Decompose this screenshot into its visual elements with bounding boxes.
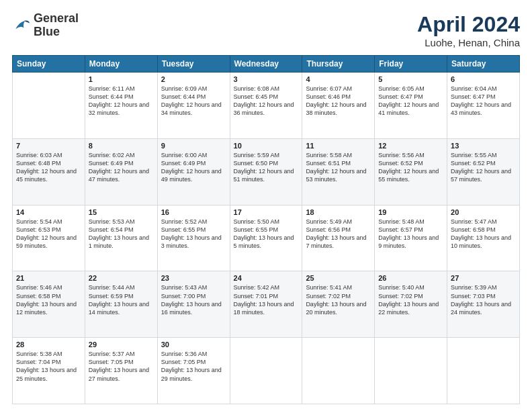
- day-number: 26: [378, 274, 443, 282]
- day-number: 3: [234, 75, 299, 83]
- logo-text: General Blue: [34, 12, 79, 39]
- cell-content: Sunrise: 5:39 AMSunset: 7:03 PMDaylight:…: [451, 283, 516, 316]
- day-number: 25: [306, 274, 371, 282]
- cell-content: Sunrise: 5:59 AMSunset: 6:50 PMDaylight:…: [234, 151, 299, 184]
- calendar-cell: 25Sunrise: 5:41 AMSunset: 7:02 PMDayligh…: [302, 271, 375, 338]
- calendar-cell: 1Sunrise: 6:11 AMSunset: 6:44 PMDaylight…: [85, 73, 157, 139]
- day-number: 20: [451, 208, 516, 216]
- calendar-cell: 24Sunrise: 5:42 AMSunset: 7:01 PMDayligh…: [230, 271, 302, 338]
- calendar-cell: 7Sunrise: 6:03 AMSunset: 6:48 PMDaylight…: [13, 138, 85, 205]
- calendar-cell: 11Sunrise: 5:58 AMSunset: 6:51 PMDayligh…: [302, 138, 375, 205]
- day-number: 15: [89, 208, 154, 216]
- calendar-cell: 14Sunrise: 5:54 AMSunset: 6:53 PMDayligh…: [13, 205, 85, 271]
- calendar-cell: 16Sunrise: 5:52 AMSunset: 6:55 PMDayligh…: [157, 205, 230, 271]
- calendar-cell: [230, 338, 302, 404]
- calendar-week-5: 28Sunrise: 5:38 AMSunset: 7:04 PMDayligh…: [13, 338, 520, 404]
- calendar-header: Sunday Monday Tuesday Wednesday Thursday…: [13, 56, 520, 73]
- cell-content: Sunrise: 6:02 AMSunset: 6:49 PMDaylight:…: [89, 151, 154, 184]
- calendar-cell: 26Sunrise: 5:40 AMSunset: 7:02 PMDayligh…: [375, 271, 447, 338]
- calendar-cell: 22Sunrise: 5:44 AMSunset: 6:59 PMDayligh…: [85, 271, 157, 338]
- cell-content: Sunrise: 6:00 AMSunset: 6:49 PMDaylight:…: [161, 151, 226, 184]
- day-number: 7: [16, 142, 81, 150]
- calendar-cell: 2Sunrise: 6:09 AMSunset: 6:44 PMDaylight…: [157, 73, 230, 139]
- cell-content: Sunrise: 5:58 AMSunset: 6:51 PMDaylight:…: [306, 151, 371, 184]
- day-number: 16: [161, 208, 226, 216]
- day-number: 19: [378, 208, 443, 216]
- cell-content: Sunrise: 6:03 AMSunset: 6:48 PMDaylight:…: [16, 151, 81, 184]
- day-number: 22: [89, 274, 154, 282]
- calendar-week-3: 14Sunrise: 5:54 AMSunset: 6:53 PMDayligh…: [13, 205, 520, 271]
- header-saturday: Saturday: [447, 56, 520, 73]
- calendar-cell: 29Sunrise: 5:37 AMSunset: 7:05 PMDayligh…: [85, 338, 157, 404]
- header-friday: Friday: [375, 56, 447, 73]
- calendar-body: 1Sunrise: 6:11 AMSunset: 6:44 PMDaylight…: [13, 73, 520, 404]
- calendar-week-4: 21Sunrise: 5:46 AMSunset: 6:58 PMDayligh…: [13, 271, 520, 338]
- day-number: 27: [451, 274, 516, 282]
- day-number: 29: [89, 340, 154, 349]
- cell-content: Sunrise: 5:42 AMSunset: 7:01 PMDaylight:…: [234, 283, 299, 316]
- day-number: 4: [306, 75, 371, 83]
- calendar-table: Sunday Monday Tuesday Wednesday Thursday…: [12, 55, 520, 404]
- calendar-week-2: 7Sunrise: 6:03 AMSunset: 6:48 PMDaylight…: [13, 138, 520, 205]
- day-number: 11: [306, 142, 371, 150]
- day-number: 13: [451, 142, 516, 150]
- day-number: 6: [451, 75, 516, 83]
- day-number: 5: [378, 75, 443, 83]
- cell-content: Sunrise: 6:09 AMSunset: 6:44 PMDaylight:…: [161, 85, 226, 118]
- calendar-cell: [302, 338, 375, 404]
- header-thursday: Thursday: [302, 56, 375, 73]
- calendar-cell: 10Sunrise: 5:59 AMSunset: 6:50 PMDayligh…: [230, 138, 302, 205]
- cell-content: Sunrise: 5:36 AMSunset: 7:05 PMDaylight:…: [161, 350, 226, 383]
- title-block: April 2024 Luohe, Henan, China: [417, 12, 520, 48]
- calendar-cell: 15Sunrise: 5:53 AMSunset: 6:54 PMDayligh…: [85, 205, 157, 271]
- day-number: 9: [161, 142, 226, 150]
- calendar-cell: 19Sunrise: 5:48 AMSunset: 6:57 PMDayligh…: [375, 205, 447, 271]
- cell-content: Sunrise: 5:50 AMSunset: 6:55 PMDaylight:…: [234, 218, 299, 250]
- cell-content: Sunrise: 6:08 AMSunset: 6:45 PMDaylight:…: [234, 85, 299, 118]
- calendar-cell: 20Sunrise: 5:47 AMSunset: 6:58 PMDayligh…: [447, 205, 520, 271]
- logo: General Blue: [12, 12, 79, 39]
- cell-content: Sunrise: 5:41 AMSunset: 7:02 PMDaylight:…: [306, 283, 371, 316]
- logo-icon: [12, 16, 31, 35]
- calendar-cell: 27Sunrise: 5:39 AMSunset: 7:03 PMDayligh…: [447, 271, 520, 338]
- calendar-cell: 23Sunrise: 5:43 AMSunset: 7:00 PMDayligh…: [157, 271, 230, 338]
- calendar-cell: 17Sunrise: 5:50 AMSunset: 6:55 PMDayligh…: [230, 205, 302, 271]
- cell-content: Sunrise: 5:48 AMSunset: 6:57 PMDaylight:…: [378, 218, 443, 250]
- cell-content: Sunrise: 5:37 AMSunset: 7:05 PMDaylight:…: [89, 350, 154, 383]
- calendar-cell: 5Sunrise: 6:05 AMSunset: 6:47 PMDaylight…: [375, 73, 447, 139]
- day-number: 28: [16, 340, 81, 349]
- calendar-cell: 18Sunrise: 5:49 AMSunset: 6:56 PMDayligh…: [302, 205, 375, 271]
- logo-line2: Blue: [34, 26, 79, 39]
- cell-content: Sunrise: 5:56 AMSunset: 6:52 PMDaylight:…: [378, 151, 443, 184]
- cell-content: Sunrise: 6:05 AMSunset: 6:47 PMDaylight:…: [378, 85, 443, 118]
- header-monday: Monday: [85, 56, 157, 73]
- day-number: 18: [306, 208, 371, 216]
- cell-content: Sunrise: 5:53 AMSunset: 6:54 PMDaylight:…: [89, 218, 154, 250]
- header: General Blue April 2024 Luohe, Henan, Ch…: [12, 12, 520, 48]
- day-number: 23: [161, 274, 226, 282]
- calendar-cell: 4Sunrise: 6:07 AMSunset: 6:46 PMDaylight…: [302, 73, 375, 139]
- day-number: 2: [161, 75, 226, 83]
- cell-content: Sunrise: 5:46 AMSunset: 6:58 PMDaylight:…: [16, 283, 81, 316]
- calendar-cell: 9Sunrise: 6:00 AMSunset: 6:49 PMDaylight…: [157, 138, 230, 205]
- calendar-cell: 28Sunrise: 5:38 AMSunset: 7:04 PMDayligh…: [13, 338, 85, 404]
- month-year: April 2024: [417, 12, 520, 37]
- header-row: Sunday Monday Tuesday Wednesday Thursday…: [13, 56, 520, 73]
- page: General Blue April 2024 Luohe, Henan, Ch…: [0, 0, 532, 411]
- cell-content: Sunrise: 5:54 AMSunset: 6:53 PMDaylight:…: [16, 218, 81, 250]
- calendar-cell: 12Sunrise: 5:56 AMSunset: 6:52 PMDayligh…: [375, 138, 447, 205]
- cell-content: Sunrise: 5:40 AMSunset: 7:02 PMDaylight:…: [378, 283, 443, 316]
- cell-content: Sunrise: 5:49 AMSunset: 6:56 PMDaylight:…: [306, 218, 371, 250]
- calendar-cell: 3Sunrise: 6:08 AMSunset: 6:45 PMDaylight…: [230, 73, 302, 139]
- calendar-week-1: 1Sunrise: 6:11 AMSunset: 6:44 PMDaylight…: [13, 73, 520, 139]
- day-number: 14: [16, 208, 81, 216]
- cell-content: Sunrise: 5:55 AMSunset: 6:52 PMDaylight:…: [451, 151, 516, 184]
- location: Luohe, Henan, China: [417, 37, 520, 48]
- header-tuesday: Tuesday: [157, 56, 230, 73]
- calendar-cell: 8Sunrise: 6:02 AMSunset: 6:49 PMDaylight…: [85, 138, 157, 205]
- calendar-cell: 13Sunrise: 5:55 AMSunset: 6:52 PMDayligh…: [447, 138, 520, 205]
- day-number: 30: [161, 340, 226, 349]
- calendar-cell: [13, 73, 85, 139]
- cell-content: Sunrise: 5:38 AMSunset: 7:04 PMDaylight:…: [16, 350, 81, 383]
- cell-content: Sunrise: 6:04 AMSunset: 6:47 PMDaylight:…: [451, 85, 516, 118]
